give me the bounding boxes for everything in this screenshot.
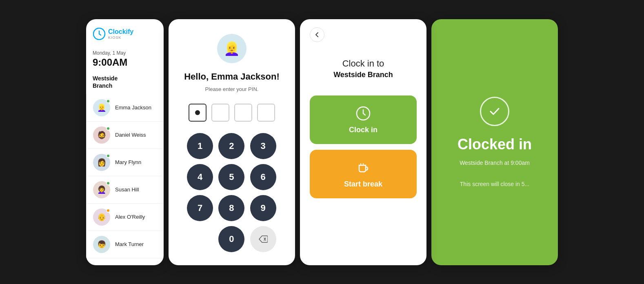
status-dot bbox=[106, 99, 110, 103]
user-name: Mary Flynn bbox=[115, 159, 141, 165]
break-icon bbox=[355, 160, 371, 176]
clocked-screen: Clocked in Westside Branch at 9:00am Thi… bbox=[431, 19, 558, 265]
numpad-btn-1[interactable]: 1 bbox=[187, 133, 213, 159]
kiosk-user-list: 👱‍♀️ Emma Jackson 🧔 Daniel Weiss 👩 Mary … bbox=[86, 94, 164, 265]
kiosk-header: Clockify KIOSK Monday, 1 May 9:00AM West… bbox=[86, 19, 164, 94]
avatar-wrap: 🧔 bbox=[93, 126, 110, 144]
screens-container: Clockify KIOSK Monday, 1 May 9:00AM West… bbox=[86, 19, 558, 265]
back-button[interactable] bbox=[310, 27, 324, 42]
kiosk-date: Monday, 1 May bbox=[93, 50, 157, 56]
avatar-wrap: 👴 bbox=[93, 209, 110, 226]
avatar-wrap: 👱‍♀️ bbox=[93, 99, 110, 116]
user-name: Mark Turner bbox=[115, 241, 144, 247]
clock-in-button[interactable]: Clock in bbox=[310, 95, 417, 144]
status-dot bbox=[106, 209, 110, 213]
numpad-btn-9[interactable]: 9 bbox=[250, 195, 276, 221]
numpad-btn-3[interactable]: 3 bbox=[250, 133, 276, 159]
sidebar-item-alex[interactable]: 👴 Alex O'Reilly bbox=[87, 204, 164, 231]
clockify-logo-icon bbox=[93, 27, 106, 40]
avatar-wrap: 👩 bbox=[93, 154, 110, 171]
clocked-closing: This screen will close in 5... bbox=[460, 181, 529, 187]
pin-screen: 👱‍♀️ Hello, Emma Jackson! Please enter y… bbox=[169, 19, 295, 265]
kiosk-branch: WestsideBranch bbox=[93, 75, 157, 89]
pin-prompt: Please enter your PIN. bbox=[205, 86, 259, 92]
user-name: Daniel Weiss bbox=[115, 132, 146, 138]
avatar-wrap: 👦 bbox=[93, 236, 110, 253]
kiosk-time: 9:00AM bbox=[93, 57, 157, 68]
numpad-btn-0[interactable]: 0 bbox=[218, 226, 244, 252]
numpad-btn-6[interactable]: 6 bbox=[250, 164, 276, 190]
sidebar-item-daniel[interactable]: 🧔 Daniel Weiss bbox=[87, 122, 164, 149]
logo-text: Clockify KIOSK bbox=[108, 28, 133, 40]
clocked-subtitle: Westside Branch at 9:00am bbox=[460, 160, 530, 166]
user-name: Alex O'Reilly bbox=[115, 214, 145, 220]
avatar-wrap: 👩‍🦱 bbox=[93, 181, 110, 198]
numpad-btn-5[interactable]: 5 bbox=[218, 164, 244, 190]
numpad-btn-8[interactable]: 8 bbox=[218, 195, 244, 221]
break-label: Start break bbox=[344, 180, 382, 189]
numpad-btn-7[interactable]: 7 bbox=[187, 195, 213, 221]
pin-dot-filled bbox=[195, 110, 200, 115]
pin-box-1 bbox=[189, 104, 207, 122]
sidebar-item-susan[interactable]: 👩‍🦱 Susan Hill bbox=[87, 176, 164, 204]
status-dot bbox=[106, 126, 110, 131]
numpad-btn-2[interactable]: 2 bbox=[218, 133, 244, 159]
status-dot bbox=[106, 154, 110, 158]
logo-name: Clockify bbox=[108, 28, 133, 36]
pin-box-3 bbox=[234, 104, 252, 122]
logo-sub: KIOSK bbox=[108, 36, 133, 40]
numpad-btn-backspace[interactable] bbox=[250, 226, 276, 252]
clocked-check-icon bbox=[480, 97, 509, 126]
sidebar-item-emma[interactable]: 👱‍♀️ Emma Jackson bbox=[87, 94, 164, 122]
clocked-title: Clocked in bbox=[457, 136, 532, 153]
action-title: Clock in to bbox=[310, 58, 417, 69]
user-name: Emma Jackson bbox=[115, 104, 151, 111]
numpad: 1234567890 bbox=[187, 133, 277, 252]
action-screen: Clock in to Westside Branch Clock in Sta… bbox=[300, 19, 426, 265]
pin-box-2 bbox=[211, 104, 229, 122]
user-name: Susan Hill bbox=[115, 186, 139, 193]
pin-dots bbox=[189, 104, 275, 122]
pin-box-4 bbox=[257, 104, 275, 122]
clock-icon bbox=[355, 105, 371, 122]
kiosk-screen: Clockify KIOSK Monday, 1 May 9:00AM West… bbox=[86, 19, 164, 265]
pin-avatar: 👱‍♀️ bbox=[217, 34, 246, 63]
sidebar-item-mark[interactable]: 👦 Mark Turner bbox=[87, 231, 164, 258]
kiosk-logo: Clockify KIOSK bbox=[93, 27, 157, 40]
action-subtitle: Westside Branch bbox=[310, 71, 417, 79]
clock-in-label: Clock in bbox=[349, 126, 378, 134]
numpad-btn-4[interactable]: 4 bbox=[187, 164, 213, 190]
status-dot bbox=[106, 181, 110, 185]
start-break-button[interactable]: Start break bbox=[310, 150, 417, 198]
avatar: 👦 bbox=[93, 236, 110, 253]
sidebar-item-mary[interactable]: 👩 Mary Flynn bbox=[87, 149, 164, 176]
pin-hello: Hello, Emma Jackson! bbox=[184, 71, 280, 82]
